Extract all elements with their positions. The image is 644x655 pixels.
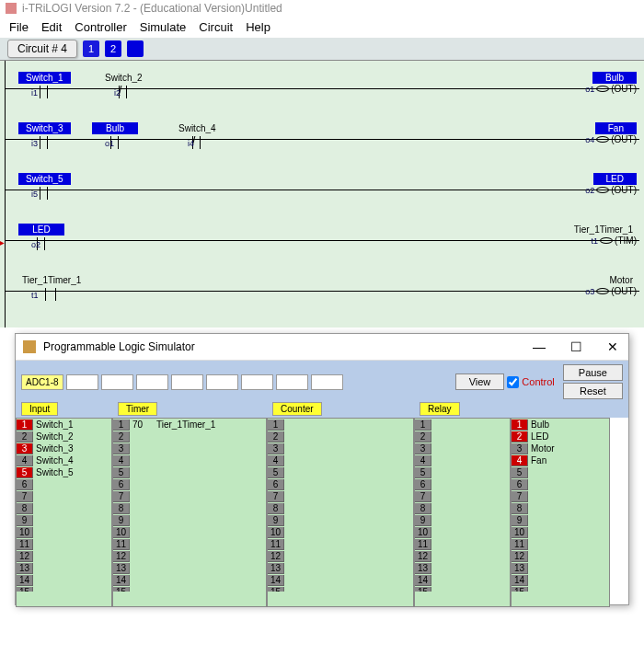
list-item[interactable]: 8	[17, 502, 111, 514]
circuit-number-button[interactable]: Circuit # 4	[7, 40, 77, 58]
list-item[interactable]: 6	[113, 478, 266, 490]
list-item[interactable]: 14	[415, 574, 510, 586]
rung-4[interactable]: ▶LEDo2Tier_1Timer_1t1(TIM)SV:100	[0, 213, 644, 263]
list-item[interactable]: 13	[415, 562, 510, 574]
list-item[interactable]: 11	[113, 538, 266, 550]
list-item[interactable]: 9	[113, 514, 266, 526]
rung-5[interactable]: Tier_1Timer_1t1Motoro3(OUT)	[0, 263, 644, 314]
list-item[interactable]: 10	[415, 526, 510, 538]
contact[interactable]: Tier_1Timer_1t1	[18, 274, 85, 303]
list-item[interactable]: 10	[268, 526, 413, 538]
list-item[interactable]: 170Tier_1Timer_1	[113, 419, 266, 431]
rung-2[interactable]: Switch_3i3Bulbo1Switch_4/i4Fano4(OUT)	[0, 111, 644, 162]
list-item[interactable]: 1Switch_1	[17, 419, 111, 431]
list-item[interactable]: 12	[512, 550, 609, 562]
adc-input-5[interactable]	[206, 374, 238, 390]
scroll-area[interactable]: 1Switch_12Switch_23Switch_34Switch_45Swi…	[17, 419, 111, 592]
list-item[interactable]: 5	[415, 466, 510, 478]
list-item[interactable]: 3	[113, 442, 266, 454]
list-item[interactable]: 1	[415, 419, 510, 431]
close-button[interactable]: ✕	[604, 339, 621, 354]
list-item[interactable]: 6	[268, 478, 413, 490]
maximize-button[interactable]: ☐	[568, 339, 584, 354]
list-item[interactable]: 11	[268, 538, 413, 550]
list-item[interactable]: 14	[17, 574, 111, 586]
list-item[interactable]: 10	[17, 526, 111, 538]
list-item[interactable]: 11	[512, 538, 609, 550]
list-item[interactable]: 7	[17, 490, 111, 502]
scroll-area[interactable]: 123456789101112131415161718	[415, 419, 510, 592]
adc-input-7[interactable]	[276, 374, 308, 390]
list-item[interactable]: 12	[17, 550, 111, 562]
menu-simulate[interactable]: Simulate	[140, 20, 187, 34]
contact[interactable]: Switch_4/i4	[175, 122, 220, 151]
reset-button[interactable]: Reset	[563, 383, 623, 399]
list-item[interactable]: 11	[17, 538, 111, 550]
coil[interactable]: LEDo2(OUT)	[585, 173, 637, 195]
contact[interactable]: Switch_1i1	[18, 72, 71, 100]
list-item[interactable]: 6	[415, 478, 510, 490]
coil[interactable]: Tier_1Timer_1t1(TIM)SV:100	[570, 224, 637, 246]
coil[interactable]: Fano4(OUT)	[585, 122, 637, 144]
minimize-button[interactable]: —	[531, 339, 547, 354]
adc-input-4[interactable]	[171, 374, 203, 390]
list-item[interactable]: 7	[512, 490, 609, 502]
contact[interactable]: LEDo2	[18, 224, 64, 252]
list-item[interactable]: 9	[268, 514, 413, 526]
list-item[interactable]: 5	[113, 466, 266, 478]
list-item[interactable]: 2	[113, 431, 266, 442]
list-item[interactable]: 1	[268, 419, 413, 431]
h-scrollbar[interactable]	[512, 592, 609, 605]
list-item[interactable]: 13	[268, 562, 413, 574]
list-item[interactable]: 4	[113, 454, 266, 466]
adc-input-3[interactable]	[136, 374, 168, 390]
list-item[interactable]: 13	[113, 562, 266, 574]
h-scrollbar[interactable]	[113, 592, 266, 605]
list-item[interactable]: 4Switch_4	[17, 454, 111, 466]
list-item[interactable]: 9	[415, 514, 510, 526]
menu-circuit[interactable]: Circuit	[199, 20, 233, 34]
list-item[interactable]: 2Switch_2	[17, 431, 111, 442]
list-item[interactable]: 11	[415, 538, 510, 550]
ladder-diagram-area[interactable]: Switch_1i1Switch_2/i2Bulbo1(OUT)Switch_3…	[0, 61, 644, 328]
list-item[interactable]: 8	[268, 502, 413, 514]
scroll-area[interactable]: 1Bulb2LED3Motor4Fan567891011121314151617…	[512, 419, 609, 592]
contact[interactable]: Switch_3i3	[18, 122, 71, 151]
list-item[interactable]: 2	[415, 431, 510, 442]
rung-3[interactable]: Switch_5i5LEDo2(OUT)	[0, 162, 644, 213]
list-item[interactable]: 9	[512, 514, 609, 526]
list-item[interactable]: 2	[268, 431, 413, 442]
list-item[interactable]: 14	[268, 574, 413, 586]
adc-input-2[interactable]	[101, 374, 133, 390]
rung-1[interactable]: Switch_1i1Switch_2/i2Bulbo1(OUT)	[0, 61, 644, 111]
list-item[interactable]: 4	[415, 454, 510, 466]
list-item[interactable]: 2LED	[512, 431, 609, 442]
h-scrollbar[interactable]	[268, 592, 413, 605]
list-item[interactable]: 4	[268, 454, 413, 466]
list-item[interactable]: 3	[415, 442, 510, 454]
list-item[interactable]: 7	[113, 490, 266, 502]
menu-edit[interactable]: Edit	[41, 20, 62, 34]
tab-2[interactable]: 2	[105, 40, 121, 57]
list-item[interactable]: 1Bulb	[512, 419, 609, 431]
coil[interactable]: Bulbo1(OUT)	[585, 72, 637, 94]
h-scrollbar[interactable]	[17, 592, 111, 605]
list-item[interactable]: 3Motor	[512, 442, 609, 454]
list-item[interactable]: 10	[512, 526, 609, 538]
list-item[interactable]: 9	[17, 514, 111, 526]
contact[interactable]: Switch_2/i2	[101, 72, 146, 100]
adc-input-1[interactable]	[66, 374, 98, 390]
list-item[interactable]: 7	[415, 490, 510, 502]
adc-button[interactable]: ADC1-8	[21, 374, 63, 390]
pause-button[interactable]: Pause	[563, 364, 623, 381]
list-item[interactable]: 8	[415, 502, 510, 514]
view-button[interactable]: View	[455, 373, 505, 390]
tab-empty[interactable]	[127, 40, 144, 57]
adc-input-8[interactable]	[311, 374, 343, 390]
list-item[interactable]: 3	[268, 442, 413, 454]
control-checkbox-group[interactable]: Control	[507, 376, 554, 388]
list-item[interactable]: 7	[268, 490, 413, 502]
control-checkbox[interactable]	[507, 376, 519, 388]
contact[interactable]: Bulbo1	[92, 122, 138, 151]
list-item[interactable]: 8	[512, 502, 609, 514]
